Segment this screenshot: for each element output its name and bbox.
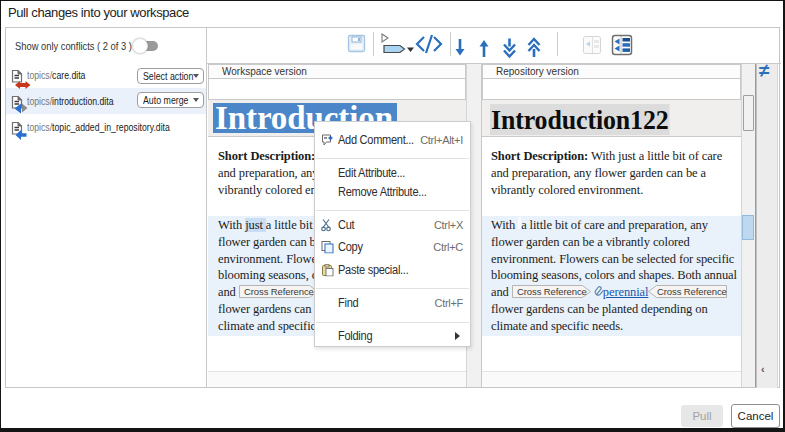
svg-text:Cross Reference: Cross Reference [244,286,314,297]
svg-text:Cross Reference: Cross Reference [657,286,727,297]
svg-text:Cross Reference: Cross Reference [517,286,587,297]
